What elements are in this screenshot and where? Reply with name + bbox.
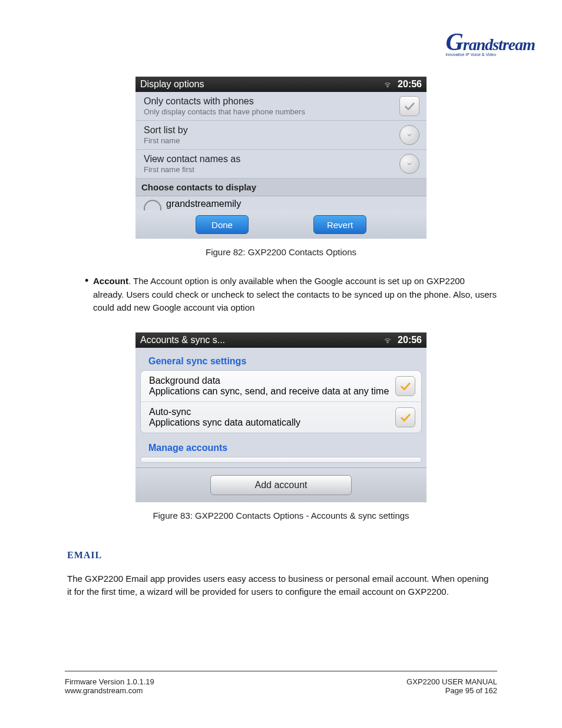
checkbox-checked-icon[interactable] [395,407,415,427]
dropdown-icon[interactable] [399,125,419,145]
footer-firmware: Firmware Version 1.0.1.19 [65,677,154,686]
checkbox-checked-icon[interactable] [395,376,415,396]
heading-email: EMAIL [67,550,497,561]
screenshot-display-options: Display options 20:56 Only contacts with… [135,77,427,239]
done-button[interactable]: Done [196,215,249,234]
add-account-button[interactable]: Add account [210,475,352,495]
footer-url: www.grandstream.com [65,686,154,695]
option-auto-sync[interactable]: Auto-sync Applications sync data automat… [141,401,421,433]
row-sub: Applications can sync, send, and receive… [149,386,389,397]
wifi-icon [384,80,392,88]
screen-title: Accounts & sync s... [140,335,225,345]
footer-rule [65,671,497,671]
wifi-icon [384,336,392,344]
button-bar: Done Revert [135,210,427,239]
row-sub: First name [144,136,399,145]
option-view-contact-names-as[interactable]: View contact names as First name first [135,150,427,179]
checkbox-icon[interactable] [399,96,419,116]
email-paragraph: The GXP2200 Email app provides users eas… [67,572,495,599]
row-sub: First name first [144,165,399,174]
status-time: 20:56 [398,79,422,90]
row-sub: Applications sync data automatically [149,417,300,428]
header-general-sync: General sync settings [140,351,422,370]
option-only-contacts-with-phones[interactable]: Only contacts with phones Only display c… [135,92,427,121]
screen-title: Display options [140,79,204,90]
section-choose-contacts: Choose contacts to display [135,179,427,196]
page-footer: Firmware Version 1.0.1.19 www.grandstrea… [65,677,497,695]
dropdown-icon[interactable] [399,154,419,174]
screenshot-accounts-sync: Accounts & sync s... 20:56 General sync … [135,332,427,502]
brand-logo: Grandstream Innovative IP Voice & Video [445,32,535,57]
account-row[interactable]: grandstreamemily [135,196,427,210]
row-title: View contact names as [144,154,399,164]
row-title: Sort list by [144,125,399,136]
row-title: Auto-sync [149,407,300,417]
brand-logo-text: Grandstream [445,32,535,52]
bullet-body: . The Account option is only available w… [93,276,497,312]
row-title: Only contacts with phones [144,96,399,107]
account-name: grandstreamemily [166,199,241,209]
sync-icon [144,197,161,210]
bullet-account: • Account. The Account option is only av… [65,275,497,315]
option-sort-list-by[interactable]: Sort list by First name [135,121,427,150]
bullet-icon: • [65,275,93,315]
revert-button[interactable]: Revert [313,215,366,234]
status-bar: Display options 20:56 [135,77,427,92]
option-background-data[interactable]: Background data Applications can sync, s… [141,371,421,401]
figure-caption-83: Figure 83: GXP2200 Contacts Options - Ac… [65,510,497,521]
status-bar: Accounts & sync s... 20:56 [135,332,427,348]
bullet-lead: Account [93,276,128,286]
status-time: 20:56 [398,335,422,345]
figure-caption-82: Figure 82: GXP2200 Contacts Options [65,247,497,257]
row-sub: Only display contacts that have phone nu… [144,107,399,116]
button-bar: Add account [135,467,427,502]
header-manage-accounts: Manage accounts [140,438,422,457]
row-title: Background data [149,375,389,386]
footer-manual-title: GXP2200 USER MANUAL [406,677,497,686]
footer-page-number: Page 95 of 162 [406,686,497,695]
